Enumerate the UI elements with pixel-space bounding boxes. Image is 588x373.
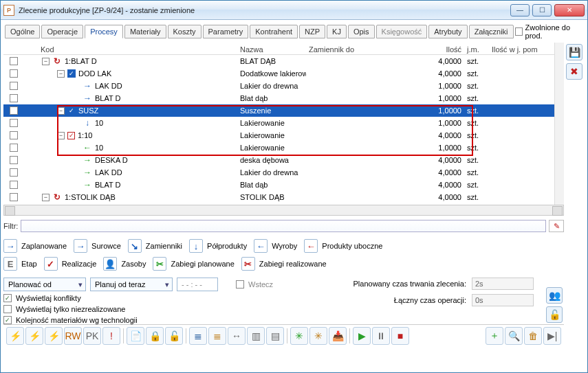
unrealized-checkbox[interactable] <box>3 305 12 313</box>
toolbar-button[interactable]: 🗑 <box>524 327 542 345</box>
row-checkbox[interactable] <box>10 82 18 90</box>
row-checkbox[interactable] <box>10 131 18 139</box>
col-kod[interactable]: Kod <box>38 45 237 54</box>
legend-item[interactable]: ✂Zabiegi realizowane <box>241 257 327 271</box>
user-link-button[interactable]: 👥 <box>546 287 563 304</box>
table-row[interactable]: →LAK DDLakier do drewna1,0000szt. <box>3 80 564 92</box>
toolbar-button[interactable]: ✳ <box>290 327 308 345</box>
toolbar-button[interactable]: 📄 <box>127 327 144 345</box>
toolbar-button[interactable]: 🔍 <box>505 327 523 345</box>
toolbar-button[interactable]: ⚡ <box>25 327 43 345</box>
tab-procesy[interactable]: Procesy <box>85 25 123 38</box>
col-nazwa[interactable]: Nazwa <box>237 45 306 54</box>
col-ilosc[interactable]: Ilość <box>423 45 464 54</box>
toolbar-button[interactable]: ▶ <box>353 327 371 345</box>
release-checkbox[interactable] <box>515 27 523 36</box>
table-row[interactable]: ←10Lakierowanie1,0000szt. <box>3 142 564 154</box>
conflicts-checkbox[interactable] <box>3 294 12 302</box>
tab-ogolne[interactable]: Ogólne <box>5 25 40 38</box>
toolbar-button[interactable]: ▤ <box>266 327 284 345</box>
legend-item[interactable]: ↓Półprodukty <box>189 239 247 253</box>
lock-button[interactable]: 🔓 <box>546 306 563 323</box>
legend-item[interactable]: ✂Zabiegi planowane <box>153 257 234 271</box>
toolbar-button[interactable]: ⚡ <box>6 327 24 345</box>
row-checkbox[interactable] <box>10 181 18 189</box>
tab-operacje[interactable]: Operacje <box>41 25 83 38</box>
legend-item[interactable]: EEtap <box>3 257 37 271</box>
legend-item[interactable]: ↘Zamienniki <box>128 239 182 253</box>
table-row[interactable]: −✓DOD LAKDodatkowe lakierowa4,0000szt. <box>3 67 564 80</box>
row-checkbox[interactable] <box>10 168 18 177</box>
toolbar-button[interactable]: 🔓 <box>165 327 183 345</box>
row-checkbox[interactable] <box>10 156 18 164</box>
tab-koszty[interactable]: Koszty <box>168 25 202 38</box>
legend-item[interactable]: ←Wyroby <box>254 239 297 253</box>
legend-item[interactable]: →Surowce <box>74 239 121 253</box>
legend-item[interactable]: ←Produkty uboczne <box>304 239 382 253</box>
horizontal-scrollbar[interactable] <box>3 205 564 216</box>
row-checkbox[interactable] <box>10 193 18 201</box>
planned-duration-value: 2s <box>472 278 534 290</box>
row-checkbox[interactable] <box>10 94 18 102</box>
legend-item[interactable]: ✓Realizacje <box>44 257 97 271</box>
toolbar-button[interactable]: ✳ <box>309 327 327 345</box>
legend-item[interactable]: 👤Zasoby <box>103 257 146 271</box>
toolbar-button[interactable]: ⚡ <box>45 327 63 345</box>
techorder-checkbox[interactable] <box>3 316 12 324</box>
toolbar-button[interactable]: RW <box>64 327 82 345</box>
close-button[interactable]: ✕ <box>554 4 585 16</box>
tab-opis[interactable]: Opis <box>348 25 375 38</box>
toolbar-button[interactable]: ■ <box>391 327 409 345</box>
table-row[interactable]: −↻1:STOLIK DĄBSTOLIK DĄB4,0000szt. <box>3 191 564 203</box>
tab-kj[interactable]: KJ <box>327 25 347 38</box>
tab-ksiegowosc[interactable]: Księgowość <box>376 25 428 38</box>
toolbar-button[interactable]: ↔ <box>228 327 246 345</box>
plan-direction-combo[interactable]: Planować od <box>3 278 86 291</box>
tab-kontrahent[interactable]: Kontrahent <box>250 25 298 38</box>
toolbar-button[interactable]: PK <box>83 327 101 345</box>
toolbar-button[interactable]: 📥 <box>329 327 347 345</box>
grid-header: Kod Nazwa Zamiennik do Ilość j.m. Ilość … <box>3 43 564 55</box>
tab-materialy[interactable]: Materiały <box>124 25 166 38</box>
toolbar-button[interactable]: ≣ <box>189 327 207 345</box>
table-row[interactable]: →LAK DDLakier do drewna4,0000szt. <box>3 166 564 179</box>
legend-item[interactable]: →Zaplanowane <box>3 239 67 253</box>
vertical-scrollbar[interactable] <box>554 43 564 205</box>
col-jm[interactable]: j.m. <box>464 45 489 54</box>
row-checkbox[interactable] <box>10 144 18 152</box>
toolbar-button[interactable]: ▶| <box>543 327 561 345</box>
filter-input[interactable] <box>21 220 546 232</box>
toolbar-button[interactable]: 🔒 <box>146 327 164 345</box>
table-row[interactable]: −↻1:BLAT DBLAT DĄB4,0000szt. <box>3 55 564 67</box>
row-checkbox[interactable] <box>10 69 18 78</box>
toolbar-button[interactable]: ! <box>102 327 120 345</box>
toolbar-button[interactable]: ≣ <box>208 327 226 345</box>
back-checkbox[interactable] <box>236 280 244 289</box>
maximize-button[interactable]: ☐ <box>532 4 552 16</box>
table-row[interactable]: →BLAT DBlat dąb1,0000szt. <box>3 92 564 104</box>
table-row[interactable]: −✓SUSZSuszenie1,0000szt. <box>3 104 564 117</box>
toolbar-button[interactable]: ＋ <box>486 327 503 345</box>
toolbar-button[interactable]: ▥ <box>247 327 265 345</box>
col-iloscjp[interactable]: Ilość w j. pom <box>489 45 544 54</box>
plan-from-combo[interactable]: Planuj od teraz <box>90 278 173 291</box>
table-row[interactable]: →DESKA Ddeska dębowa4,0000szt. <box>3 154 564 166</box>
cancel-button[interactable]: ✖ <box>566 63 582 80</box>
tab-nzp[interactable]: NZP <box>299 25 325 38</box>
table-row[interactable]: ↓10Lakierowanie1,0000szt. <box>3 117 564 129</box>
table-row[interactable]: −✓1:10Lakierowanie4,0000szt. <box>3 129 564 142</box>
tab-zalaczniki[interactable]: Załączniki <box>469 25 514 38</box>
plan-time-input[interactable]: - - : - - <box>177 278 218 291</box>
save-button[interactable]: 💾 <box>566 44 582 60</box>
row-checkbox[interactable] <box>10 106 18 115</box>
col-zamiennik[interactable]: Zamiennik do <box>306 45 423 54</box>
toolbar-button[interactable]: ⏸ <box>372 327 390 345</box>
row-checkbox[interactable] <box>10 119 18 127</box>
minimize-button[interactable]: — <box>510 4 530 16</box>
filter-edit-button[interactable]: ✎ <box>549 220 564 232</box>
row-checkbox[interactable] <box>10 57 18 65</box>
tab-atrybuty[interactable]: Atrybuty <box>428 25 467 38</box>
table-row[interactable]: →BLAT DBlat dąb4,0000szt. <box>3 179 564 191</box>
tab-parametry[interactable]: Parametry <box>203 25 249 38</box>
legend: →Zaplanowane→Surowce↘Zamienniki↓Półprodu… <box>3 239 564 271</box>
